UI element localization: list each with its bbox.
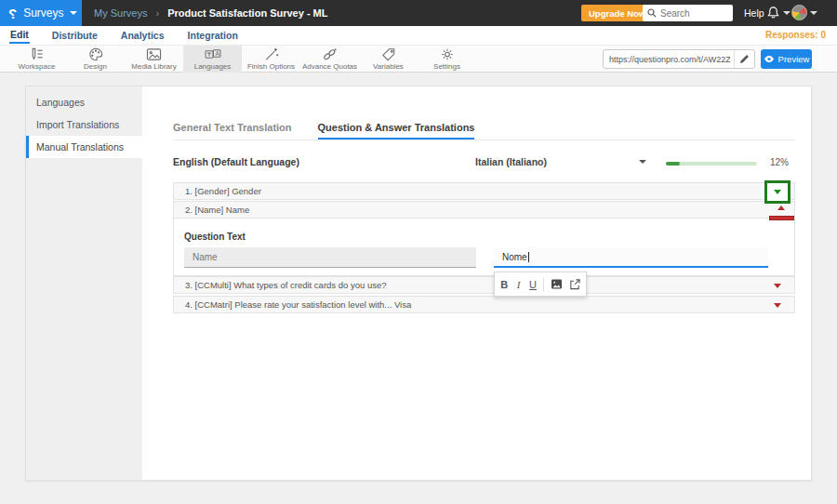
account-menu[interactable]	[791, 5, 817, 20]
nav-item-edit[interactable]: Edit	[9, 27, 30, 44]
toolbar-item-design[interactable]: Design	[66, 46, 125, 73]
italic-button[interactable]: I	[514, 279, 522, 290]
breadcrumb: My Surveys › Product Satisfaction Survey…	[94, 0, 328, 26]
question-row-ccmulti[interactable]: 3. [CCMulti] What types of credit cards …	[173, 276, 795, 294]
global-search[interactable]	[643, 5, 733, 21]
palette-icon	[88, 47, 103, 61]
source-text-field: Name	[184, 247, 476, 268]
sidebar-item-languages[interactable]: Languages	[26, 91, 142, 113]
chain-links-icon	[322, 47, 338, 61]
help-link[interactable]: Help	[744, 7, 764, 19]
bold-button[interactable]: B	[500, 279, 508, 290]
survey-nav: Edit Distribute Analytics Integration Re…	[0, 26, 837, 45]
preview-button[interactable]: Preview	[761, 49, 812, 69]
expand-caret-icon[interactable]	[774, 284, 781, 288]
surveys-product-menu[interactable]: ? Surveys	[0, 0, 82, 26]
text-cursor	[528, 252, 529, 262]
notifications-button[interactable]	[766, 6, 790, 20]
sidebar-item-import-translations[interactable]: Import Translations	[26, 113, 142, 136]
survey-url-input[interactable]	[604, 55, 734, 64]
progress-percent-label: 12%	[770, 157, 789, 167]
page-title: Product Satisfaction Survey - ML	[167, 7, 327, 19]
edit-toolbar: Workspace Design Media Library A Languag…	[0, 45, 837, 73]
progress-fill	[666, 162, 680, 166]
workspace-icon	[29, 47, 45, 61]
question-row-gender[interactable]: 1. [Gender] Gender	[173, 182, 795, 200]
responses-count[interactable]: Responses: 0	[765, 30, 826, 40]
chevron-down-icon	[70, 11, 77, 15]
insert-link-button[interactable]	[569, 279, 580, 290]
expand-caret-icon[interactable]	[774, 190, 781, 194]
survey-url-field	[603, 49, 755, 69]
pencil-icon	[739, 54, 750, 64]
question-text-label: Question Text	[184, 232, 246, 242]
translation-text-field[interactable]: Nome	[494, 247, 768, 268]
tag-icon	[381, 47, 396, 61]
avatar	[791, 5, 807, 20]
translations-sidebar: Languages Import Translations Manual Tra…	[26, 86, 142, 480]
highlight-annotation-box	[764, 180, 790, 204]
image-icon	[146, 47, 162, 61]
red-marker-annotation	[769, 216, 794, 220]
top-bar: ? Surveys My Surveys › Product Satisfact…	[0, 0, 837, 26]
nav-item-distribute[interactable]: Distribute	[51, 28, 99, 43]
collapse-caret-icon[interactable]	[777, 206, 785, 210]
translation-tabs: General Text Translation Question & Answ…	[173, 122, 474, 139]
product-menu-label: Surveys	[23, 7, 63, 20]
underline-button[interactable]: U	[529, 279, 537, 290]
image-icon	[551, 279, 563, 289]
breadcrumb-my-surveys[interactable]: My Surveys	[94, 7, 147, 19]
eye-icon	[764, 55, 775, 63]
translations-panel: Languages Import Translations Manual Tra…	[25, 86, 812, 481]
toolbar-item-finish-options[interactable]: Finish Options	[242, 46, 300, 73]
translation-progress-bar	[666, 162, 757, 166]
question-row-ccmatri[interactable]: 4. [CCMatri] Please rate your satisfacti…	[173, 296, 795, 313]
toolbar-item-settings[interactable]: Settings	[418, 46, 476, 73]
nav-item-integration[interactable]: Integration	[187, 28, 239, 43]
toolbar-item-languages[interactable]: A Languages	[183, 46, 242, 73]
questionpro-logo-icon: ?	[8, 6, 17, 21]
formatting-toolbar: B I U	[494, 272, 587, 297]
sidebar-item-manual-translations[interactable]: Manual Translations	[26, 136, 142, 158]
breadcrumb-separator-icon: ›	[155, 7, 159, 19]
svg-text:A: A	[215, 50, 219, 57]
tabs-divider	[173, 139, 795, 140]
chevron-down-icon	[783, 11, 790, 15]
search-icon	[647, 8, 657, 18]
chevron-down-icon[interactable]	[639, 160, 646, 164]
edit-url-button[interactable]	[734, 50, 754, 68]
tab-question-answer-translations[interactable]: Question & Answer Translations	[318, 122, 475, 139]
toolbar-divider	[543, 278, 544, 291]
translate-icon: A	[205, 47, 221, 61]
nav-item-analytics[interactable]: Analytics	[120, 28, 166, 43]
expand-caret-icon[interactable]	[774, 303, 781, 308]
chevron-down-icon	[810, 11, 817, 15]
target-language-dropdown[interactable]: Italian (Italiano)	[475, 156, 547, 167]
magic-wand-icon	[264, 47, 279, 61]
toolbar-item-workspace[interactable]: Workspace	[7, 46, 66, 73]
tab-general-text-translation[interactable]: General Text Translation	[173, 122, 292, 139]
question-row-name[interactable]: 2. [Name] Name	[173, 201, 795, 219]
external-link-icon	[569, 279, 580, 290]
source-language-label: English (Default Language)	[173, 156, 299, 167]
toolbar-item-variables[interactable]: Variables	[359, 46, 418, 73]
toolbar-item-advance-quotas[interactable]: Advance Quotas	[300, 46, 359, 73]
bell-icon	[766, 6, 780, 20]
search-input[interactable]	[660, 8, 730, 19]
toolbar-item-media-library[interactable]: Media Library	[125, 46, 183, 73]
insert-image-button[interactable]	[551, 279, 563, 289]
gear-icon	[440, 47, 455, 61]
